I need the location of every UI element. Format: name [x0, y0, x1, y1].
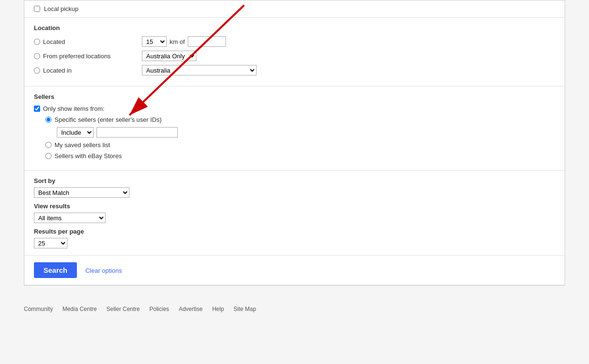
preferred-locations-radio[interactable]	[34, 53, 40, 59]
saved-sellers-radio[interactable]	[45, 142, 52, 148]
view-select[interactable]: All items Completed listings Sold listin…	[34, 213, 106, 223]
footer-help[interactable]: Help	[212, 306, 224, 312]
saved-sellers-row: My saved sellers list	[45, 141, 555, 149]
located-in-label[interactable]: Located in	[34, 67, 139, 74]
located-in-select[interactable]: Australia United States United Kingdom	[142, 65, 257, 75]
sellers-sub-options: Specific sellers (enter seller's user ID…	[45, 116, 555, 160]
preferred-locations-label[interactable]: From preferred locations	[34, 53, 139, 60]
local-pickup-row: Local pickup	[24, 0, 565, 18]
results-per-page-label: Results per page	[34, 228, 555, 235]
site-footer: Community Media Centre Seller Centre Pol…	[0, 300, 589, 318]
footer-seller[interactable]: Seller Centre	[107, 306, 140, 312]
located-row: Located 15 25 50 75 100 km of	[34, 36, 555, 47]
view-results-label: View results	[34, 203, 555, 210]
only-show-row: Only show items from:	[34, 105, 555, 112]
main-content: Local pickup Location Located 15 25 50 7…	[24, 0, 565, 286]
ebay-stores-label[interactable]: Sellers with eBay Stores	[54, 152, 122, 160]
specific-sellers-radio[interactable]	[45, 117, 52, 123]
footer-sitemap[interactable]: Site Map	[234, 306, 256, 312]
search-section: Search Clear options	[24, 256, 565, 285]
located-label[interactable]: Located	[34, 38, 139, 45]
local-pickup-checkbox[interactable]	[34, 6, 40, 12]
clear-options-link[interactable]: Clear options	[86, 267, 122, 274]
seller-input[interactable]	[96, 127, 178, 138]
sort-select[interactable]: Best Match Time: ending soonest Time: ne…	[34, 187, 129, 198]
km-select[interactable]: 15 25 50 75 100	[142, 36, 167, 47]
located-in-radio[interactable]	[34, 67, 40, 74]
specific-sellers-row: Specific sellers (enter seller's user ID…	[45, 116, 555, 123]
location-title: Location	[34, 24, 555, 32]
ebay-stores-radio[interactable]	[45, 153, 52, 159]
include-select[interactable]: Include Exclude	[57, 127, 94, 138]
footer-media[interactable]: Media Centre	[63, 306, 97, 312]
include-row: Include Exclude	[57, 127, 555, 138]
preferred-locations-row: From preferred locations Australia Only …	[34, 51, 555, 61]
footer-advertise[interactable]: Advertise	[179, 306, 203, 312]
sellers-title: Sellers	[34, 93, 555, 100]
only-show-label[interactable]: Only show items from:	[43, 105, 105, 112]
sort-by-label: Sort by	[34, 177, 555, 184]
search-button[interactable]: Search	[34, 262, 77, 278]
located-radio[interactable]	[34, 39, 40, 45]
sellers-section: Sellers Only show items from: Specific s…	[24, 86, 565, 171]
sort-section: Sort by Best Match Time: ending soonest …	[24, 171, 565, 256]
specific-sellers-label[interactable]: Specific sellers (enter seller's user ID…	[54, 116, 161, 123]
location-section: Location Located 15 25 50 75 100 km of	[24, 18, 565, 86]
saved-sellers-label[interactable]: My saved sellers list	[54, 141, 110, 149]
results-select[interactable]: 25 50 100 200	[34, 238, 67, 248]
page-wrapper: Local pickup Location Located 15 25 50 7…	[0, 0, 589, 318]
location-text-input[interactable]	[188, 36, 226, 47]
footer-policies[interactable]: Policies	[150, 306, 169, 312]
preferred-select[interactable]: Australia Only Worldwide North America	[142, 51, 196, 61]
footer-community[interactable]: Community	[24, 306, 53, 312]
ebay-stores-row: Sellers with eBay Stores	[45, 152, 555, 160]
local-pickup-label[interactable]: Local pickup	[44, 5, 78, 12]
only-show-checkbox[interactable]	[34, 106, 40, 112]
km-of-label: km of	[170, 38, 185, 45]
located-in-row: Located in Australia United States Unite…	[34, 65, 555, 75]
